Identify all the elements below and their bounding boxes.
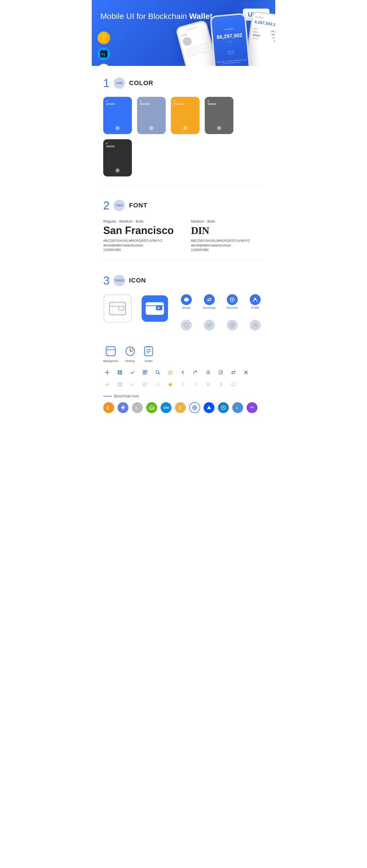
icon-order: Order	[142, 345, 155, 363]
icon-title: ICON	[129, 277, 146, 284]
btc-icon: ₿	[103, 402, 114, 413]
font-din-name: DIN	[191, 225, 250, 237]
svg-rect-26	[108, 347, 108, 356]
svg-text:DASH: DASH	[164, 406, 169, 409]
svg-rect-63	[120, 382, 122, 384]
icon-history: ! History	[124, 345, 137, 363]
font-section: 2 TWO FONT Regular · Medium · Bold San F…	[92, 188, 275, 257]
icon-grid-outline	[103, 294, 132, 324]
font-word: TWO	[114, 200, 125, 211]
icon-showcase: Assets Exchange Discover	[103, 294, 264, 336]
order-label: Order	[144, 359, 152, 363]
font-sf: Regular · Medium · Bold San Francisco AB…	[103, 219, 174, 251]
icon-assets-outline	[178, 320, 195, 331]
tool-icons-row2	[103, 380, 264, 389]
svg-rect-2	[104, 295, 131, 322]
management-label: Mangment	[103, 359, 118, 363]
svg-rect-24	[106, 347, 115, 356]
svg-rect-41	[118, 373, 119, 374]
svg-point-55	[207, 372, 209, 373]
profile-label: Profile	[251, 306, 259, 309]
color-number: 1	[103, 78, 110, 89]
svg-point-13	[158, 307, 160, 309]
crypto-icons-row: ₿ Ł NEO DASH Z ⬥	[103, 402, 264, 413]
blockchain-line	[103, 396, 112, 397]
matic-icon	[247, 402, 257, 413]
sketch-badge	[97, 32, 110, 44]
mgmt-icon-row: Mangment ! History Order	[103, 345, 264, 363]
font-din-numbers: 1234567890	[191, 248, 250, 251]
tool-next-ghost	[217, 380, 225, 389]
icon-section: 3 THREE ICON	[92, 263, 275, 427]
font-sf-lower: abcdefghijklmnopqrstuvwxyz	[103, 244, 174, 247]
tool-search	[154, 368, 162, 376]
svg-marker-54	[168, 370, 173, 374]
svg-point-16	[232, 299, 233, 301]
stratis-icon	[218, 402, 229, 413]
svg-point-91	[223, 407, 224, 408]
svg-point-19	[232, 324, 233, 326]
color-swatch-dark: #303030	[103, 139, 132, 177]
font-blocks: Regular · Medium · Bold San Francisco AB…	[103, 219, 264, 251]
icon-word: THREE	[114, 275, 125, 286]
profile-outline-icon	[250, 320, 261, 331]
tool-x-ghost	[204, 380, 212, 389]
hero-badges: Ps 60+ Screens	[97, 32, 110, 66]
tool-grid-ghost	[116, 380, 124, 389]
ps-badge: Ps	[97, 48, 110, 60]
font-title: FONT	[129, 202, 147, 209]
nav-icons-filled: Assets Exchange Discover	[178, 294, 264, 309]
ltc-icon: Ł	[132, 402, 143, 413]
color-section-header: 1 ONE COLOR	[103, 78, 264, 89]
svg-text:!: !	[132, 348, 133, 350]
tool-back	[179, 368, 187, 376]
discover-outline-icon	[227, 320, 238, 331]
svg-rect-25	[106, 349, 115, 350]
color-title: COLOR	[129, 79, 153, 87]
tool-back-ghost	[179, 380, 187, 389]
assets-label: Assets	[182, 306, 191, 309]
tool-forward-ghost	[192, 380, 200, 389]
tool-grid	[116, 368, 124, 376]
font-sf-upper: ABCDEFGHIJKLMNOPQRSTUVWXYZ	[103, 239, 174, 242]
svg-rect-67	[145, 382, 147, 384]
dash-icon: DASH	[161, 402, 171, 413]
divider-1	[103, 185, 264, 185]
color-section: 1 ONE COLOR #3574FA #8DA0C8 #F5A623 #666…	[92, 66, 275, 182]
tool-qr-ghost	[141, 380, 149, 389]
font-din: Medium · Bold DIN ABCDEFGHIJKLMNOPQRSTUV…	[191, 219, 250, 251]
tool-check-ghost	[129, 380, 137, 389]
icon-management: Mangment	[103, 345, 118, 363]
zec-icon: Z	[175, 402, 186, 413]
icon-profile: Profile	[247, 294, 264, 309]
font-din-style: Medium · Bold	[191, 219, 250, 223]
screens-badge: 60+ Screens	[97, 64, 110, 66]
svg-rect-39	[118, 370, 119, 372]
icon-profile-outline	[247, 320, 264, 331]
color-swatch-orange: #F5A623	[171, 97, 200, 134]
icon-blue-wallet	[140, 294, 169, 324]
color-swatch-slate: #8DA0C8	[137, 97, 166, 134]
exchange-label: Exchange	[203, 306, 216, 309]
eth-icon	[117, 402, 129, 413]
icon-discover: Discover	[224, 294, 241, 309]
svg-rect-46	[144, 371, 144, 372]
hero-section: Mobile UI for Blockchain Wallet UI Kit P…	[92, 0, 275, 66]
svg-rect-40	[120, 370, 122, 372]
tool-icons-row1	[103, 368, 264, 376]
svg-marker-69	[168, 382, 173, 386]
color-swatch-gray: #666666	[205, 97, 233, 134]
assets-icon	[181, 294, 192, 305]
svg-rect-68	[143, 385, 145, 386]
phone-center: myWallet $6,297,502 .12 ▭ Character may …	[210, 13, 251, 66]
assets-outline-icon	[181, 320, 192, 331]
svg-text:₿: ₿	[107, 405, 109, 410]
tool-refresh-ghost	[154, 380, 162, 389]
blockchain-text: BlockChain Icon	[114, 394, 139, 398]
blockchain-label: BlockChain Icon	[103, 394, 264, 398]
color-word: ONE	[114, 78, 125, 89]
icon-exchange: Exchange	[201, 294, 218, 309]
font-din-upper: ABCDEFGHIJKLMNOPQRSTUVWXYZ	[191, 239, 250, 242]
font-din-lower: abcdefghijklmnopqrstuvwxyz	[191, 244, 250, 247]
tool-check	[129, 368, 137, 376]
